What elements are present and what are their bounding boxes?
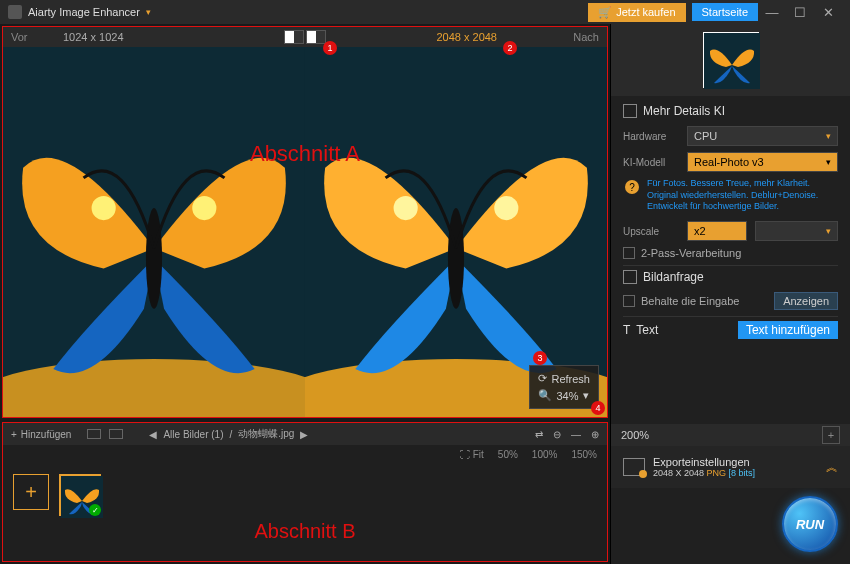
zoom-out-button[interactable]: ⊖ xyxy=(553,429,561,440)
thumbnail-1[interactable]: ✓ xyxy=(59,474,101,516)
keep-input-checkbox[interactable] xyxy=(623,295,635,307)
preview-section: Vor 1024 x 1024 2048 x 2048 Nach 1 2 xyxy=(2,26,608,418)
export-settings[interactable]: Exporteinstellungen 2048 X 2048 PNG [8 b… xyxy=(611,446,850,488)
zoom-in-button[interactable]: ⊕ xyxy=(591,429,599,440)
magnify-icon: 🔍 xyxy=(538,389,552,402)
panel-thumbnail[interactable] xyxy=(703,32,759,88)
view-split-button[interactable] xyxy=(306,30,326,44)
export-title: Exporteinstellungen xyxy=(653,456,818,468)
before-pane[interactable] xyxy=(3,47,305,417)
grid-view-icon[interactable] xyxy=(87,429,101,439)
zoom-slider[interactable]: — xyxy=(571,429,581,440)
buy-button[interactable]: 🛒 Jetzt kaufen xyxy=(588,3,685,22)
upscale-extra-select[interactable]: ▾ xyxy=(755,221,838,241)
text-icon: T xyxy=(623,323,630,337)
add-image-tile[interactable]: + xyxy=(13,474,49,510)
upscale-label: Upscale xyxy=(623,226,679,237)
keep-input-label: Behalte die Eingabe xyxy=(641,295,739,307)
show-button[interactable]: Anzeigen xyxy=(774,292,838,310)
file-name: 动物蝴蝶.jpg xyxy=(238,427,294,441)
buy-label: Jetzt kaufen xyxy=(616,6,675,18)
home-button[interactable]: Startseite xyxy=(692,3,758,21)
chevron-down-icon: ▾ xyxy=(826,157,831,167)
zoom-toolbox: ⟳Refresh 🔍34%▾ xyxy=(529,365,599,409)
image-query-title: Bildanfrage xyxy=(623,270,838,284)
run-button[interactable]: RUN xyxy=(782,496,838,552)
model-label: KI-Modell xyxy=(623,157,679,168)
view-single-button[interactable] xyxy=(284,30,304,44)
list-view-icon[interactable] xyxy=(109,429,123,439)
upscale-select[interactable]: x2 xyxy=(687,221,747,241)
zoom-100-button[interactable]: 100% xyxy=(532,449,558,460)
before-image xyxy=(3,47,305,417)
marker-4: 4 xyxy=(591,401,605,415)
maximize-button[interactable]: ☐ xyxy=(786,5,814,20)
marker-3: 3 xyxy=(533,351,547,365)
model-description: ? Für Fotos. Bessere Treue, mehr Klarhei… xyxy=(623,178,838,213)
details-section-title: Mehr Details KI xyxy=(623,104,838,118)
marker-1: 1 xyxy=(323,41,337,55)
zoom-200-label: 200% xyxy=(621,429,649,441)
svg-point-8 xyxy=(394,196,418,220)
two-pass-label: 2-Pass-Verarbeitung xyxy=(641,247,741,259)
text-section: TText Text hinzufügen xyxy=(623,321,838,339)
chevron-down-icon: ▾ xyxy=(826,226,831,236)
next-image-button[interactable]: ▶ xyxy=(300,429,308,440)
model-select[interactable]: Real-Photo v3▾ xyxy=(687,152,838,172)
zoom-dropdown[interactable]: 🔍34%▾ xyxy=(534,387,594,404)
cart-icon: 🛒 xyxy=(598,6,612,19)
refresh-icon: ⟳ xyxy=(538,372,547,385)
svg-point-9 xyxy=(494,196,518,220)
add-label: +Hinzufügen xyxy=(11,429,71,440)
title-dropdown-icon[interactable]: ▾ xyxy=(146,7,151,17)
fit-button[interactable]: ⛶ Fit xyxy=(460,449,484,460)
marker-2: 2 xyxy=(503,41,517,55)
prev-image-button[interactable]: ◀ xyxy=(149,429,157,440)
svg-point-7 xyxy=(448,208,464,309)
app-icon xyxy=(8,5,22,19)
view-mode-toggle xyxy=(284,30,326,44)
after-image xyxy=(305,47,607,417)
help-icon[interactable]: ? xyxy=(625,180,639,194)
two-pass-checkbox[interactable] xyxy=(623,247,635,259)
section-b-label: Abschnitt B xyxy=(254,520,355,543)
after-label: Nach xyxy=(573,31,599,43)
before-dimensions: 1024 x 1024 xyxy=(63,31,124,43)
file-counter: Alle Bilder (1) xyxy=(163,429,223,440)
sparkle-icon xyxy=(623,104,637,118)
svg-rect-11 xyxy=(704,33,760,89)
expand-icon[interactable]: ︽ xyxy=(826,459,838,476)
svg-point-3 xyxy=(92,196,116,220)
before-label: Vor xyxy=(11,31,28,43)
check-icon: ✓ xyxy=(89,504,101,516)
app-title: Aiarty Image Enhancer xyxy=(28,6,140,18)
close-button[interactable]: ✕ xyxy=(814,5,842,20)
svg-point-2 xyxy=(146,208,162,309)
hardware-label: Hardware xyxy=(623,131,679,142)
export-subtitle: 2048 X 2048 PNG [8 bits] xyxy=(653,468,818,478)
refresh-button[interactable]: ⟳Refresh xyxy=(534,370,594,387)
plus-icon: + xyxy=(11,429,17,440)
export-icon xyxy=(623,458,645,476)
gear-icon xyxy=(639,470,647,478)
after-pane[interactable]: 3 4 ⟳Refresh 🔍34%▾ xyxy=(305,47,607,417)
chevron-down-icon: ▾ xyxy=(826,131,831,141)
svg-point-4 xyxy=(192,196,216,220)
section-a-label: Abschnitt A xyxy=(250,141,360,167)
after-dimensions: 2048 x 2048 xyxy=(436,31,497,43)
chevron-down-icon: ▾ xyxy=(583,389,589,402)
compare-icon[interactable]: ⇄ xyxy=(535,429,543,440)
svg-point-1 xyxy=(3,359,305,417)
add-text-button[interactable]: Text hinzufügen xyxy=(738,321,838,339)
zoom-50-button[interactable]: 50% xyxy=(498,449,518,460)
thumbnail-section: +Hinzufügen ◀ Alle Bilder (1) / 动物蝴蝶.jpg… xyxy=(2,422,608,562)
minimize-button[interactable]: — xyxy=(758,5,786,20)
hardware-select[interactable]: CPU▾ xyxy=(687,126,838,146)
add-preset-button[interactable]: + xyxy=(822,426,840,444)
zoom-150-button[interactable]: 150% xyxy=(571,449,597,460)
document-icon xyxy=(623,270,637,284)
